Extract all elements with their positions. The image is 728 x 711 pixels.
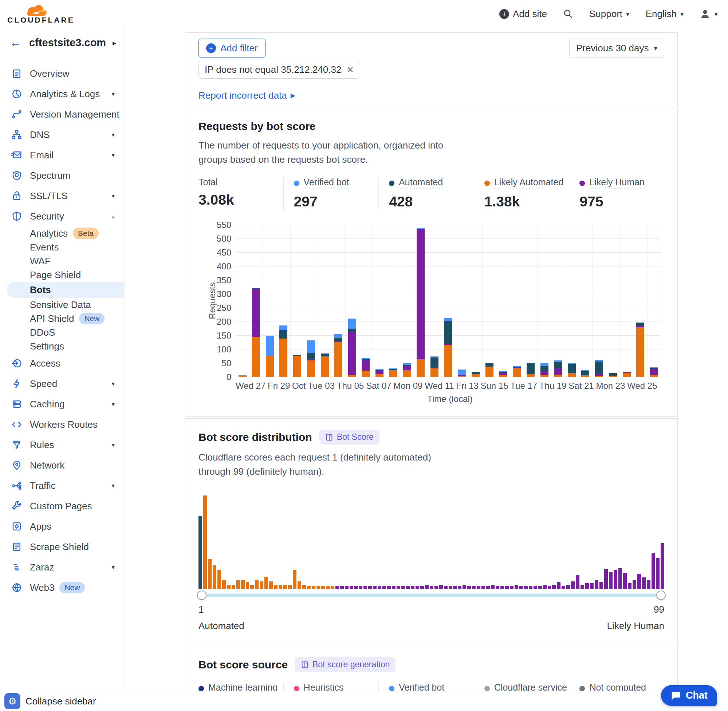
search-icon xyxy=(563,9,573,19)
x-tick: Wed 27 xyxy=(236,381,266,391)
sidebar-item-overview[interactable]: Overview xyxy=(0,63,124,84)
sidebar-subitem-settings[interactable]: Settings xyxy=(0,339,124,353)
sidebar-item-zaraz[interactable]: Zaraz▾ xyxy=(0,557,124,577)
language-menu[interactable]: English ▾ xyxy=(646,8,684,20)
report-incorrect-data-link[interactable]: Report incorrect data ▶ xyxy=(198,90,295,101)
sidebar-item-rules[interactable]: Rules▾ xyxy=(0,435,124,455)
sidebar-item-label: Scrape Shield xyxy=(30,541,115,553)
chat-button[interactable]: Chat xyxy=(661,685,717,706)
requests-stats-row: Total3.08kVerified bot297Automated428Lik… xyxy=(198,177,664,210)
segment-likely-human xyxy=(375,370,384,374)
segment-automated xyxy=(279,330,287,339)
segment-likely-automated xyxy=(252,337,260,377)
segment-likely-automated xyxy=(554,375,562,377)
score-bar-35 xyxy=(359,586,362,589)
sidebar-subitem-api-shield[interactable]: API ShieldNew xyxy=(0,312,124,326)
filter-chip[interactable]: IP does not equal 35.212.240.32 ✕ xyxy=(198,61,360,79)
bar-day-6 xyxy=(304,224,317,377)
bar-day-16 xyxy=(442,224,455,377)
sidebar-item-traffic[interactable]: Traffic▾ xyxy=(0,475,124,496)
sidebar-item-label: Speed xyxy=(30,378,111,389)
sidebar-item-analytics-logs[interactable]: Analytics & Logs▾ xyxy=(0,84,124,104)
score-bar-47 xyxy=(415,586,419,589)
support-menu[interactable]: Support ▾ xyxy=(589,8,630,20)
sidebar-item-custom-pages[interactable]: Custom Pages xyxy=(0,496,124,516)
sidebar-item-ssl-tls[interactable]: SSL/TLS▾ xyxy=(0,186,124,206)
score-bar-16 xyxy=(269,581,273,589)
score-bar-86 xyxy=(600,582,603,589)
bar-day-18 xyxy=(469,224,482,377)
bar-fri-13 xyxy=(455,224,469,377)
sidebar-subitem-page-shield[interactable]: Page Shield xyxy=(0,268,124,282)
chevron-down-icon: ▾ xyxy=(626,10,630,18)
sidebar-item-dns[interactable]: DNS▾ xyxy=(0,124,124,145)
y-tick: 100 xyxy=(199,344,231,355)
sidebar-item-network[interactable]: Network xyxy=(0,455,124,475)
stat-label[interactable]: Verified bot xyxy=(304,177,349,189)
add-filter-button[interactable]: + Add filter xyxy=(198,38,266,58)
bot-score-badge[interactable]: Bot Score xyxy=(319,429,380,444)
book-icon xyxy=(325,433,333,441)
sidebar-subitem-label: Analytics xyxy=(30,228,68,239)
score-bar-90 xyxy=(619,568,622,589)
sidebar-item-email[interactable]: Email▾ xyxy=(0,145,124,165)
score-bar-82 xyxy=(580,585,584,589)
date-range-dropdown[interactable]: Previous 30 days ▾ xyxy=(569,38,664,58)
sidebar-subitem-waf[interactable]: WAF xyxy=(0,254,124,268)
sidebar-subitem-security-analytics[interactable]: AnalyticsBeta xyxy=(0,226,124,240)
slider-handle-min[interactable] xyxy=(197,590,207,600)
bar-thu-05 xyxy=(345,224,359,377)
add-site-button[interactable]: + Add site xyxy=(499,8,547,20)
sidebar-item-version-management[interactable]: Version Management xyxy=(0,104,124,124)
requests-card-description: The number of requests to your applicati… xyxy=(198,138,664,167)
score-bar-39 xyxy=(378,586,381,589)
sidebar-item-scrape-shield[interactable]: Scrape Shield xyxy=(0,537,124,557)
bot-score-generation-badge[interactable]: Bot score generation xyxy=(295,657,396,672)
segment-likely-automated xyxy=(609,376,617,377)
search-button[interactable] xyxy=(563,9,573,19)
sidebar-item-web3[interactable]: Web3New xyxy=(0,577,124,598)
account-menu[interactable]: ▾ xyxy=(700,8,718,19)
chat-bubble-icon xyxy=(670,690,681,701)
sidebar-item-workers-routes[interactable]: Workers Routes xyxy=(0,414,124,435)
sidebar-item-speed[interactable]: Speed▾ xyxy=(0,373,124,394)
back-arrow-icon[interactable]: ← xyxy=(9,36,21,50)
collapse-sidebar-button[interactable]: Collapse sidebar xyxy=(25,696,96,707)
remove-filter-icon[interactable]: ✕ xyxy=(346,65,354,75)
sidebar-item-access[interactable]: Access xyxy=(0,353,124,373)
score-bar-46 xyxy=(411,586,415,589)
sidebar-item-security[interactable]: Security▴ xyxy=(0,206,124,226)
score-bar-97 xyxy=(651,553,655,589)
score-bar-30 xyxy=(335,586,339,589)
sidebar-subitem-sensitive-data[interactable]: Sensitive Data xyxy=(0,298,124,312)
slider-handle-max[interactable] xyxy=(656,590,666,600)
requests-by-bot-score-card: Requests by bot score The number of requ… xyxy=(185,109,678,417)
sidebar-subitem-ddos[interactable]: DDoS xyxy=(0,326,124,339)
x-tick: Sun 15 xyxy=(480,381,508,391)
sidebar-item-caching[interactable]: Caching▾ xyxy=(0,394,124,414)
score-bar-48 xyxy=(420,586,424,589)
stat-label[interactable]: Likely Automated xyxy=(494,177,563,189)
chevron-down-icon: ▾ xyxy=(714,10,718,18)
site-switcher-chevron-icon[interactable]: ▸ xyxy=(112,38,116,47)
score-bar-45 xyxy=(406,586,410,589)
score-bar-23 xyxy=(302,585,306,589)
x-tick: Tue 03 xyxy=(308,381,335,391)
preferences-gear-button[interactable]: ⚙ xyxy=(4,693,21,709)
stat-label[interactable]: Automated xyxy=(399,177,443,189)
segment-likely-automated xyxy=(499,375,507,377)
score-bar-66 xyxy=(505,586,509,589)
sidebar-item-spectrum[interactable]: Spectrum xyxy=(0,165,124,186)
sidebar-item-apps[interactable]: Apps xyxy=(0,516,124,537)
slider-track[interactable] xyxy=(198,594,664,597)
stat-label[interactable]: Likely Human xyxy=(589,177,644,189)
segment-verified-bot xyxy=(540,363,548,366)
segment-likely-automated xyxy=(279,339,287,377)
sidebar-subitem-bots[interactable]: Bots xyxy=(7,282,124,298)
segment-verified-bot xyxy=(307,341,315,353)
stat-automated: Automated428 xyxy=(378,177,474,210)
filter-card: + Add filter Previous 30 days ▾ IP does … xyxy=(185,32,678,108)
bar-wed-27 xyxy=(236,224,249,377)
sidebar-subitem-events[interactable]: Events xyxy=(0,240,124,254)
score-bar-22 xyxy=(298,581,301,589)
